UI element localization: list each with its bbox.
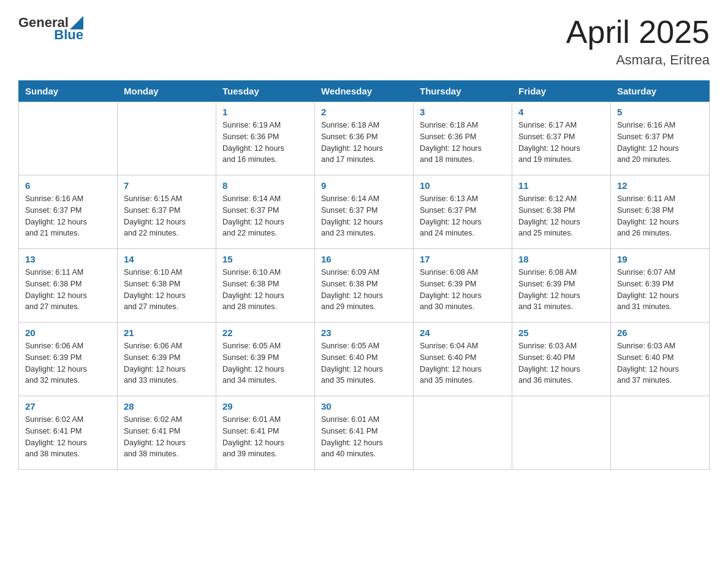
calendar-cell: 19Sunrise: 6:07 AMSunset: 6:39 PMDayligh… [611,249,710,323]
day-number: 29 [222,401,308,412]
calendar-cell: 3Sunrise: 6:18 AMSunset: 6:36 PMDaylight… [414,102,512,175]
weekday-header: Sunday [19,81,118,102]
day-number: 3 [420,107,506,117]
day-number: 6 [25,180,111,191]
day-info: Sunrise: 6:10 AMSunset: 6:38 PMDaylight:… [222,267,308,313]
weekday-header: Monday [118,81,216,102]
calendar-cell: 22Sunrise: 6:05 AMSunset: 6:39 PMDayligh… [216,323,315,396]
day-number: 25 [518,327,604,338]
calendar-title: April 2025 [566,15,710,50]
day-info: Sunrise: 6:01 AMSunset: 6:41 PMDaylight:… [321,414,407,460]
day-number: 21 [124,327,210,338]
day-info: Sunrise: 6:18 AMSunset: 6:36 PMDaylight:… [321,120,407,166]
day-number: 16 [321,254,407,264]
calendar-cell [512,396,611,470]
calendar-cell: 20Sunrise: 6:06 AMSunset: 6:39 PMDayligh… [19,323,118,396]
day-number: 4 [518,107,604,117]
day-info: Sunrise: 6:08 AMSunset: 6:39 PMDaylight:… [420,267,506,313]
calendar-cell: 8Sunrise: 6:14 AMSunset: 6:37 PMDaylight… [216,175,315,249]
calendar-cell: 28Sunrise: 6:02 AMSunset: 6:41 PMDayligh… [118,396,216,470]
day-number: 9 [321,180,407,191]
day-info: Sunrise: 6:15 AMSunset: 6:37 PMDaylight:… [124,193,210,239]
day-number: 11 [518,180,604,191]
day-info: Sunrise: 6:18 AMSunset: 6:36 PMDaylight:… [420,120,506,166]
calendar-cell: 23Sunrise: 6:05 AMSunset: 6:40 PMDayligh… [315,323,414,396]
day-info: Sunrise: 6:17 AMSunset: 6:37 PMDaylight:… [518,120,604,166]
day-info: Sunrise: 6:10 AMSunset: 6:38 PMDaylight:… [124,267,210,313]
day-number: 15 [222,254,308,264]
weekday-header: Friday [512,81,611,102]
calendar-week-row: 6Sunrise: 6:16 AMSunset: 6:37 PMDaylight… [19,175,710,249]
calendar-cell: 14Sunrise: 6:10 AMSunset: 6:38 PMDayligh… [118,249,216,323]
page-header: General Blue April 2025 Asmara, Eritrea [18,15,710,68]
logo-blue-text: Blue [54,27,83,43]
day-number: 26 [617,327,703,338]
day-info: Sunrise: 6:03 AMSunset: 6:40 PMDaylight:… [518,340,604,386]
weekday-header: Wednesday [315,81,414,102]
calendar-cell: 16Sunrise: 6:09 AMSunset: 6:38 PMDayligh… [315,249,414,323]
calendar-cell: 9Sunrise: 6:14 AMSunset: 6:37 PMDaylight… [315,175,414,249]
calendar-cell: 13Sunrise: 6:11 AMSunset: 6:38 PMDayligh… [19,249,118,323]
calendar-cell: 6Sunrise: 6:16 AMSunset: 6:37 PMDaylight… [19,175,118,249]
calendar-cell: 29Sunrise: 6:01 AMSunset: 6:41 PMDayligh… [216,396,315,470]
day-info: Sunrise: 6:07 AMSunset: 6:39 PMDaylight:… [617,267,703,313]
calendar-cell: 12Sunrise: 6:11 AMSunset: 6:38 PMDayligh… [611,175,710,249]
day-number: 19 [617,254,703,264]
calendar-week-row: 20Sunrise: 6:06 AMSunset: 6:39 PMDayligh… [19,323,710,396]
day-info: Sunrise: 6:14 AMSunset: 6:37 PMDaylight:… [321,193,407,239]
weekday-header: Tuesday [216,81,315,102]
calendar-cell: 4Sunrise: 6:17 AMSunset: 6:37 PMDaylight… [512,102,611,175]
day-number: 8 [222,180,308,191]
day-number: 2 [321,107,407,117]
day-info: Sunrise: 6:09 AMSunset: 6:38 PMDaylight:… [321,267,407,313]
day-info: Sunrise: 6:14 AMSunset: 6:37 PMDaylight:… [222,193,308,239]
day-info: Sunrise: 6:16 AMSunset: 6:37 PMDaylight:… [617,120,703,166]
day-info: Sunrise: 6:16 AMSunset: 6:37 PMDaylight:… [25,193,111,239]
calendar-cell: 26Sunrise: 6:03 AMSunset: 6:40 PMDayligh… [611,323,710,396]
day-number: 27 [25,401,111,412]
day-number: 5 [617,107,703,117]
day-number: 13 [25,254,111,264]
calendar-cell: 27Sunrise: 6:02 AMSunset: 6:41 PMDayligh… [19,396,118,470]
day-info: Sunrise: 6:03 AMSunset: 6:40 PMDaylight:… [617,340,703,386]
day-info: Sunrise: 6:08 AMSunset: 6:39 PMDaylight:… [518,267,604,313]
calendar-cell: 7Sunrise: 6:15 AMSunset: 6:37 PMDaylight… [118,175,216,249]
day-info: Sunrise: 6:11 AMSunset: 6:38 PMDaylight:… [25,267,111,313]
day-info: Sunrise: 6:06 AMSunset: 6:39 PMDaylight:… [124,340,210,386]
calendar-cell: 2Sunrise: 6:18 AMSunset: 6:36 PMDaylight… [315,102,414,175]
day-number: 28 [124,401,210,412]
calendar-week-row: 1Sunrise: 6:19 AMSunset: 6:36 PMDaylight… [19,102,710,175]
day-number: 14 [124,254,210,264]
calendar-table: SundayMondayTuesdayWednesdayThursdayFrid… [18,80,710,470]
day-number: 20 [25,327,111,338]
day-info: Sunrise: 6:02 AMSunset: 6:41 PMDaylight:… [25,414,111,460]
calendar-cell: 21Sunrise: 6:06 AMSunset: 6:39 PMDayligh… [118,323,216,396]
calendar-cell: 5Sunrise: 6:16 AMSunset: 6:37 PMDaylight… [611,102,710,175]
day-number: 22 [222,327,308,338]
day-number: 12 [617,180,703,191]
day-number: 7 [124,180,210,191]
calendar-cell: 1Sunrise: 6:19 AMSunset: 6:36 PMDaylight… [216,102,315,175]
calendar-cell: 25Sunrise: 6:03 AMSunset: 6:40 PMDayligh… [512,323,611,396]
day-number: 17 [420,254,506,264]
day-info: Sunrise: 6:02 AMSunset: 6:41 PMDaylight:… [124,414,210,460]
day-info: Sunrise: 6:06 AMSunset: 6:39 PMDaylight:… [25,340,111,386]
calendar-location: Asmara, Eritrea [566,52,710,68]
day-info: Sunrise: 6:13 AMSunset: 6:37 PMDaylight:… [420,193,506,239]
day-info: Sunrise: 6:12 AMSunset: 6:38 PMDaylight:… [518,193,604,239]
day-number: 10 [420,180,506,191]
calendar-cell [414,396,512,470]
calendar-cell: 24Sunrise: 6:04 AMSunset: 6:40 PMDayligh… [414,323,512,396]
day-number: 18 [518,254,604,264]
calendar-week-row: 27Sunrise: 6:02 AMSunset: 6:41 PMDayligh… [19,396,710,470]
calendar-cell: 11Sunrise: 6:12 AMSunset: 6:38 PMDayligh… [512,175,611,249]
day-number: 23 [321,327,407,338]
day-info: Sunrise: 6:11 AMSunset: 6:38 PMDaylight:… [617,193,703,239]
day-info: Sunrise: 6:05 AMSunset: 6:39 PMDaylight:… [222,340,308,386]
calendar-cell: 18Sunrise: 6:08 AMSunset: 6:39 PMDayligh… [512,249,611,323]
calendar-cell: 30Sunrise: 6:01 AMSunset: 6:41 PMDayligh… [315,396,414,470]
calendar-week-row: 13Sunrise: 6:11 AMSunset: 6:38 PMDayligh… [19,249,710,323]
calendar-cell [19,102,118,175]
day-number: 30 [321,401,407,412]
logo: General Blue [18,15,83,43]
